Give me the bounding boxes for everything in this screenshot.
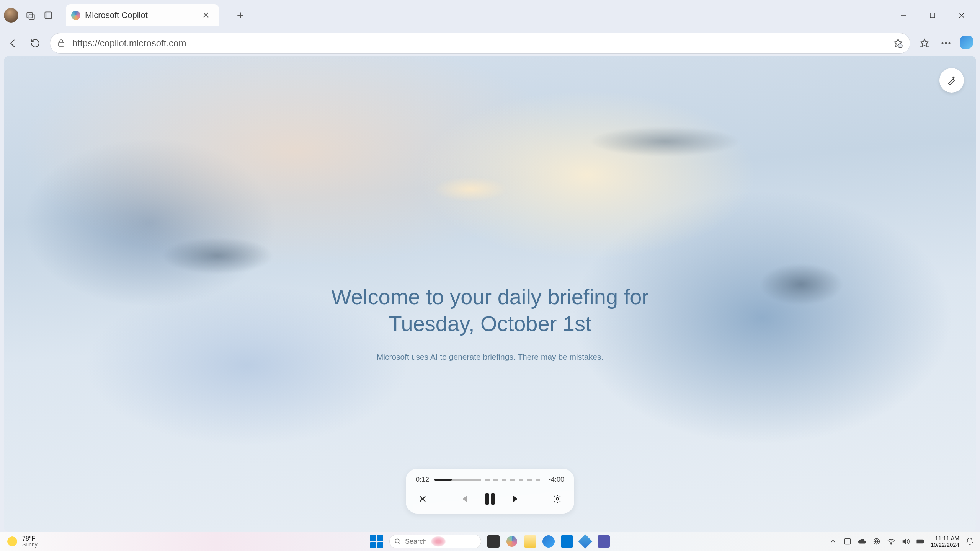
- weather-condition: Sunny: [22, 542, 38, 548]
- taskbar-search[interactable]: Search: [389, 535, 481, 548]
- address-toolbar: https://copilot.microsoft.com: [0, 31, 980, 56]
- volume-icon[interactable]: [902, 537, 910, 546]
- search-placeholder: Search: [405, 538, 427, 546]
- pause-button[interactable]: [483, 492, 497, 506]
- system-tray: 11:11 AM 10/22/2024: [829, 535, 974, 548]
- browser-tab[interactable]: Microsoft Copilot ✕: [66, 4, 219, 26]
- start-button[interactable]: [370, 535, 383, 548]
- tab-title: Microsoft Copilot: [85, 10, 196, 20]
- clock-date: 10/22/2024: [931, 541, 959, 548]
- tray-app-icon[interactable]: [843, 537, 852, 546]
- app-icon-1[interactable]: [579, 535, 591, 548]
- svg-point-12: [942, 42, 944, 44]
- weather-temp: 78°F: [22, 535, 38, 542]
- copilot-favicon: [71, 11, 80, 20]
- svg-point-14: [949, 42, 951, 44]
- file-explorer-icon[interactable]: [524, 535, 536, 548]
- minimize-button[interactable]: [897, 8, 910, 22]
- maximize-button[interactable]: [926, 8, 939, 22]
- search-highlight-icon: [431, 536, 446, 547]
- tab-actions-icon[interactable]: [43, 10, 54, 21]
- notifications-icon[interactable]: [965, 537, 974, 546]
- search-icon: [394, 538, 401, 545]
- address-bar[interactable]: https://copilot.microsoft.com: [50, 33, 910, 54]
- close-player-button[interactable]: [416, 492, 430, 506]
- copilot-sidebar-button[interactable]: [960, 36, 975, 51]
- svg-point-9: [898, 44, 902, 48]
- customize-button[interactable]: [939, 68, 964, 93]
- close-tab-icon[interactable]: ✕: [201, 10, 211, 21]
- favorites-button[interactable]: [917, 36, 932, 51]
- weather-widget[interactable]: 78°F Sunny: [6, 535, 38, 548]
- sun-icon: [6, 535, 18, 548]
- battery-icon[interactable]: [916, 537, 924, 546]
- page-content: Welcome to your daily briefing for Tuesd…: [4, 56, 976, 532]
- elapsed-time: 0:12: [416, 476, 429, 484]
- onedrive-icon[interactable]: [858, 537, 866, 546]
- copilot-taskbar-icon[interactable]: [506, 535, 518, 548]
- svg-point-17: [556, 498, 559, 500]
- clock-time: 11:11 AM: [931, 535, 959, 541]
- svg-rect-8: [59, 42, 64, 46]
- svg-rect-2: [45, 12, 51, 18]
- svg-rect-1: [29, 14, 34, 20]
- url-text: https://copilot.microsoft.com: [72, 38, 886, 49]
- svg-rect-0: [27, 12, 32, 18]
- tray-chevron-icon[interactable]: [829, 537, 837, 546]
- progress-bar[interactable]: [434, 479, 543, 481]
- svg-rect-25: [917, 540, 922, 543]
- language-icon[interactable]: [872, 537, 881, 546]
- wifi-icon[interactable]: [887, 537, 895, 546]
- audio-player: 0:12 -4:00: [406, 469, 574, 514]
- hero-section: Welcome to your daily briefing for Tuesd…: [4, 284, 976, 362]
- next-button[interactable]: [510, 492, 524, 506]
- new-tab-button[interactable]: +: [233, 8, 248, 23]
- svg-point-18: [395, 539, 399, 543]
- hero-disclaimer: Microsoft uses AI to generate briefings.…: [4, 352, 976, 362]
- hero-line1: Welcome to your daily briefing for: [331, 285, 649, 309]
- workspaces-icon[interactable]: [25, 10, 36, 21]
- previous-button[interactable]: [456, 492, 470, 506]
- close-window-button[interactable]: [955, 8, 969, 22]
- player-settings-button[interactable]: [550, 492, 564, 506]
- svg-point-22: [891, 543, 892, 544]
- hero-line2: Tuesday, October 1st: [389, 311, 591, 336]
- taskbar: 78°F Sunny Search 11:11 AM 10/22/2024: [0, 532, 980, 551]
- site-info-icon[interactable]: [56, 37, 67, 49]
- hero-heading: Welcome to your daily briefing for Tuesd…: [4, 284, 976, 337]
- menu-button[interactable]: [939, 36, 953, 51]
- svg-point-13: [945, 42, 947, 44]
- edge-icon[interactable]: [542, 535, 555, 548]
- profile-avatar[interactable]: [4, 8, 18, 23]
- store-icon[interactable]: [561, 535, 573, 548]
- svg-rect-24: [923, 541, 924, 543]
- remaining-time: -4:00: [549, 476, 564, 484]
- back-button[interactable]: [5, 36, 21, 51]
- teams-icon[interactable]: [598, 535, 610, 548]
- svg-rect-20: [844, 539, 850, 544]
- svg-rect-5: [930, 13, 935, 18]
- task-view-icon[interactable]: [487, 535, 500, 548]
- refresh-button[interactable]: [28, 36, 43, 51]
- shopping-icon[interactable]: [892, 37, 905, 50]
- clock[interactable]: 11:11 AM 10/22/2024: [931, 535, 959, 548]
- svg-line-19: [399, 542, 400, 544]
- browser-titlebar: Microsoft Copilot ✕ +: [0, 0, 980, 31]
